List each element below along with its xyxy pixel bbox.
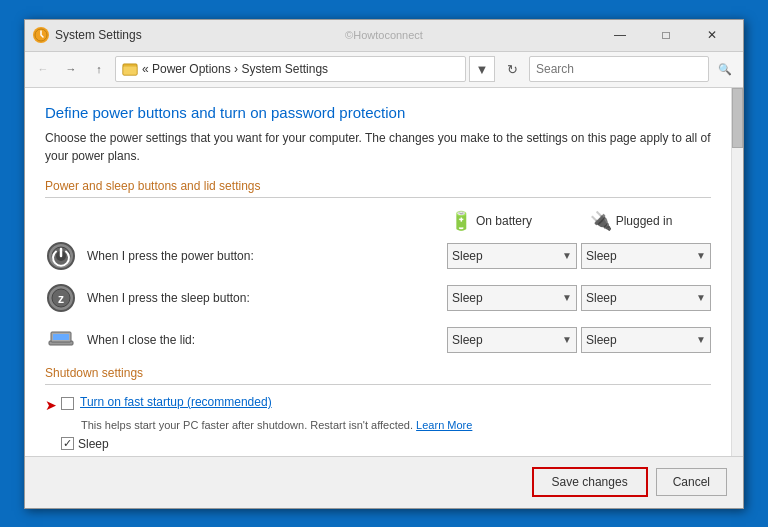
main-window: System Settings ©Howtoconnect — □ ✕ ← → …: [24, 19, 744, 509]
address-bar: ← → ↑ « Power Options › System Settings …: [25, 52, 743, 88]
address-path[interactable]: « Power Options › System Settings: [115, 56, 466, 82]
path-text: « Power Options › System Settings: [142, 62, 328, 76]
minimize-button[interactable]: —: [597, 19, 643, 51]
path-icon: [122, 61, 138, 77]
power-battery-arrow: ▼: [562, 250, 572, 261]
refresh-button[interactable]: ↻: [499, 56, 525, 82]
sleep-plugged-arrow: ▼: [696, 292, 706, 303]
path-dropdown[interactable]: ▼: [469, 56, 495, 82]
sleep-button-label: When I press the sleep button:: [87, 291, 447, 305]
power-plugged-arrow: ▼: [696, 250, 706, 261]
lid-plugged-value: Sleep: [586, 333, 617, 347]
power-button-row: When I press the power button: Sleep ▼ S…: [45, 240, 711, 272]
lid-battery-dropdown[interactable]: Sleep ▼: [447, 327, 577, 353]
svg-rect-2: [123, 66, 137, 75]
sleep-button-selects: Sleep ▼ Sleep ▼: [447, 285, 711, 311]
power-button-label: When I press the power button:: [87, 249, 447, 263]
battery-icon: 🔋: [450, 210, 472, 232]
forward-button[interactable]: →: [59, 57, 83, 81]
close-button[interactable]: ✕: [689, 19, 735, 51]
fast-startup-checkbox[interactable]: [61, 397, 74, 410]
fast-startup-desc: This helps start your PC faster after sh…: [81, 419, 711, 431]
search-button[interactable]: 🔍: [713, 57, 737, 81]
power-plugged-dropdown[interactable]: Sleep ▼: [581, 243, 711, 269]
arrow-indicator: ➤: [45, 397, 57, 413]
learn-more-link[interactable]: Learn More: [416, 419, 472, 431]
sleep-checkbox[interactable]: ✓: [61, 437, 74, 450]
shutdown-header: Shutdown settings: [45, 366, 711, 385]
sleep-battery-arrow: ▼: [562, 292, 572, 303]
lid-plugged-arrow: ▼: [696, 334, 706, 345]
sleep-plugged-dropdown[interactable]: Sleep ▼: [581, 285, 711, 311]
bottom-bar: Save changes Cancel: [25, 456, 743, 508]
search-input[interactable]: [529, 56, 709, 82]
section1-header: Power and sleep buttons and lid settings: [45, 179, 711, 198]
power-button-icon: [45, 240, 77, 272]
power-button-selects: Sleep ▼ Sleep ▼: [447, 243, 711, 269]
col-header-battery: 🔋 On battery: [421, 210, 561, 232]
lid-selects: Sleep ▼ Sleep ▼: [447, 327, 711, 353]
column-headers: 🔋 On battery 🔌 Plugged in: [45, 210, 711, 232]
sleep-setting-row: ✓ Sleep: [61, 437, 711, 451]
sleep-battery-dropdown[interactable]: Sleep ▼: [447, 285, 577, 311]
sleep-button-icon: z: [45, 282, 77, 314]
lid-plugged-dropdown[interactable]: Sleep ▼: [581, 327, 711, 353]
fast-startup-row: ➤ Turn on fast startup (recommended): [45, 395, 711, 413]
page-description: Choose the power settings that you want …: [45, 129, 711, 165]
sleep-button-row: z When I press the sleep button: Sleep ▼…: [45, 282, 711, 314]
lid-row: When I close the lid: Sleep ▼ Sleep ▼: [45, 324, 711, 356]
shutdown-section: Shutdown settings ➤ Turn on fast startup…: [45, 366, 711, 451]
title-bar: System Settings ©Howtoconnect — □ ✕: [25, 20, 743, 52]
main-content: Define power buttons and turn on passwor…: [25, 88, 731, 456]
watermark: ©Howtoconnect: [345, 29, 423, 41]
sleep-plugged-value: Sleep: [586, 291, 617, 305]
power-battery-value: Sleep: [452, 249, 483, 263]
lid-battery-value: Sleep: [452, 333, 483, 347]
lid-battery-arrow: ▼: [562, 334, 572, 345]
window-title: System Settings: [55, 28, 597, 42]
lid-icon: [45, 324, 77, 356]
content-area: Define power buttons and turn on passwor…: [25, 88, 743, 456]
col-battery-label: On battery: [476, 214, 532, 228]
svg-text:z: z: [58, 292, 64, 306]
col-plugged-label: Plugged in: [616, 214, 673, 228]
scrollbar-thumb[interactable]: [732, 88, 743, 148]
fast-startup-label[interactable]: Turn on fast startup (recommended): [80, 395, 272, 409]
window-controls: — □ ✕: [597, 19, 735, 51]
power-plugged-value: Sleep: [586, 249, 617, 263]
sleep-setting-label: Sleep: [78, 437, 109, 451]
maximize-button[interactable]: □: [643, 19, 689, 51]
col-header-plugged: 🔌 Plugged in: [561, 210, 701, 232]
svg-rect-11: [53, 334, 69, 340]
power-battery-dropdown[interactable]: Sleep ▼: [447, 243, 577, 269]
sleep-battery-value: Sleep: [452, 291, 483, 305]
up-button[interactable]: ↑: [87, 57, 111, 81]
page-title: Define power buttons and turn on passwor…: [45, 104, 711, 121]
scrollbar[interactable]: [731, 88, 743, 456]
fast-startup-desc-text: This helps start your PC faster after sh…: [81, 419, 413, 431]
app-icon: [33, 27, 49, 43]
plugin-icon: 🔌: [590, 210, 612, 232]
save-changes-button[interactable]: Save changes: [532, 467, 648, 497]
lid-label: When I close the lid:: [87, 333, 447, 347]
back-button[interactable]: ←: [31, 57, 55, 81]
cancel-button[interactable]: Cancel: [656, 468, 727, 496]
